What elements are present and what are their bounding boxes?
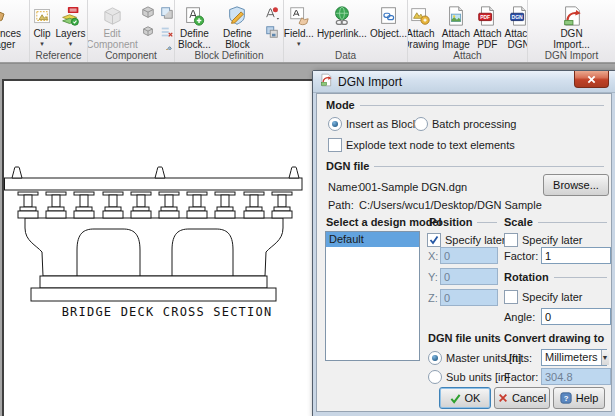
chevron-down-icon: ▾ — [40, 40, 44, 47]
svg-text:?: ? — [563, 394, 568, 403]
ribbon: References Manager Clip ▾ Layers ▾ Refer… — [0, 0, 615, 63]
attach-dgn-button[interactable]: DGN Attach DGN — [504, 2, 527, 50]
define-block-attribute-icon — [226, 3, 248, 29]
dgn-file-header: DGN file — [326, 160, 604, 172]
edit-component-button[interactable]: Edit Component — [88, 2, 138, 50]
define-block-button[interactable]: Define Block... — [177, 2, 212, 50]
attach-image-icon — [445, 3, 467, 29]
convert-factor-input[interactable] — [541, 368, 611, 385]
attribute-manager-icon[interactable] — [263, 4, 281, 22]
dialog-title: DGN Import — [338, 75, 402, 89]
component-library-icon[interactable] — [158, 4, 174, 22]
field-button[interactable]: Field... ▾ — [284, 2, 315, 48]
ok-check-icon — [450, 393, 461, 404]
browse-button[interactable]: Browse... — [543, 174, 609, 196]
design-model-list[interactable]: Default — [325, 231, 420, 361]
help-icon: ? — [560, 392, 572, 404]
object-button[interactable]: Object... — [369, 2, 407, 41]
svg-text:PDF: PDF — [480, 14, 490, 20]
insert-as-block-radio[interactable]: Insert as Block — [328, 117, 418, 131]
component-cube-icon — [101, 3, 124, 29]
position-specify-later-checkbox[interactable]: Specify later — [427, 233, 506, 247]
clip-button[interactable]: Clip ▾ — [31, 2, 54, 48]
ribbon-group-reference: Clip ▾ Layers ▾ Reference — [30, 0, 88, 62]
bridge-drawing: BRIDGE DECK CROSS SECTION — [4, 81, 314, 416]
deck-slab — [5, 178, 303, 190]
define-block-attribute-button[interactable]: Define Block Attribute... — [213, 2, 262, 50]
rotation-specify-later-checkbox[interactable]: Specify later — [504, 290, 583, 304]
svg-text:DGN: DGN — [511, 14, 523, 20]
footing-step-2 — [31, 288, 276, 301]
dialog-body: Mode Insert as Block Batch processing Ex… — [316, 93, 612, 412]
scale-specify-later-checkbox[interactable]: Specify later — [504, 233, 583, 247]
layers-icon — [60, 3, 81, 29]
batch-processing-radio[interactable]: Batch processing — [414, 117, 516, 131]
left-arch — [77, 229, 140, 276]
component-tool-icon[interactable] — [158, 42, 174, 50]
replace-component-icon[interactable] — [139, 23, 157, 41]
references-manager-label: References Manager — [0, 29, 26, 50]
y-input[interactable] — [440, 268, 498, 285]
hyperlink-button[interactable]: Hyperlink... — [316, 2, 368, 41]
field-icon — [288, 3, 310, 29]
chevron-down-icon[interactable]: ▼ — [601, 350, 609, 365]
ribbon-group-component: Edit Component Component — [88, 0, 175, 62]
ribbon-group-block-definition: Define Block... Define Block Attribute..… — [175, 0, 284, 62]
help-button[interactable]: ? Help — [553, 387, 605, 409]
attach-drawing-button[interactable]: Attach Drawing — [408, 2, 440, 50]
sub-units-radio[interactable]: Sub units [in] — [428, 370, 510, 384]
references-manager-button[interactable]: References Manager — [0, 2, 27, 50]
explode-text-checkbox[interactable]: Explode text node to text elements — [328, 138, 515, 152]
dgn-units-header: DGN file units — [428, 332, 501, 344]
clip-icon — [32, 3, 53, 29]
dialog-title-icon — [319, 73, 333, 90]
delete-component-icon[interactable] — [158, 23, 174, 41]
path-label: Path: — [328, 199, 354, 211]
convert-factor-label: Factor: — [504, 371, 538, 383]
cancel-x-icon — [498, 393, 508, 403]
y-label: Y: — [428, 271, 438, 283]
footing-step-1 — [40, 276, 267, 288]
ribbon-group-data: Field... ▾ Hyperlink... Object... Data — [284, 0, 408, 62]
x-label: X: — [428, 250, 438, 262]
attach-image-button[interactable]: Attach Image — [441, 2, 471, 50]
dialog-titlebar[interactable]: DGN Import — [313, 71, 615, 93]
units-value: Millimeters — [542, 350, 601, 365]
references-manager-icon — [0, 3, 8, 29]
ok-button[interactable]: OK — [439, 387, 491, 409]
insert-component-icon[interactable] — [139, 4, 157, 22]
ribbon-group-cut: References Manager — [0, 0, 30, 62]
z-label: Z: — [428, 292, 438, 304]
units-label: Units: — [504, 352, 532, 364]
layers-button[interactable]: Layers ▾ — [55, 2, 87, 48]
path-value: C:/Users/wcu1/Desktop/DGN Sample — [359, 199, 542, 211]
name-value: 001-Sample DGN.dgn — [359, 181, 467, 193]
check-icon — [429, 235, 439, 245]
dgn-import-dialog: DGN Import Mode Insert as Block Batch pr… — [312, 70, 615, 416]
attach-dgn-icon: DGN — [508, 3, 527, 29]
convert-header: Convert drawing to — [504, 332, 604, 344]
close-icon — [587, 75, 596, 84]
attach-pdf-icon: PDF — [476, 3, 498, 29]
cancel-button[interactable]: Cancel — [494, 387, 550, 409]
units-combobox[interactable]: Millimeters ▼ — [541, 349, 607, 366]
chevron-down-icon: ▾ — [69, 40, 73, 47]
attach-pdf-button[interactable]: PDF Attach PDF — [472, 2, 502, 50]
rotation-header: Rotation — [504, 271, 607, 283]
scale-factor-input[interactable] — [541, 247, 611, 264]
ribbon-group-attach: Attach Drawing Attach Image PDF Attach P… — [408, 0, 528, 62]
x-input[interactable] — [440, 247, 498, 264]
angle-input[interactable] — [541, 308, 611, 325]
design-model-header: Select a design model — [326, 216, 442, 228]
scale-factor-label: Factor: — [504, 250, 538, 262]
drawing-caption: BRIDGE DECK CROSS SECTION — [62, 305, 273, 319]
block-save-icon[interactable] — [263, 23, 281, 41]
close-button[interactable] — [574, 71, 609, 88]
dgn-import-button[interactable]: DGN Import... — [547, 2, 597, 50]
list-item[interactable]: Default — [326, 232, 419, 247]
position-header: Position — [429, 216, 497, 228]
chevron-down-icon: ▾ — [297, 40, 301, 47]
define-block-icon — [183, 3, 205, 29]
z-input[interactable] — [440, 289, 498, 306]
angle-label: Angle: — [504, 311, 535, 323]
